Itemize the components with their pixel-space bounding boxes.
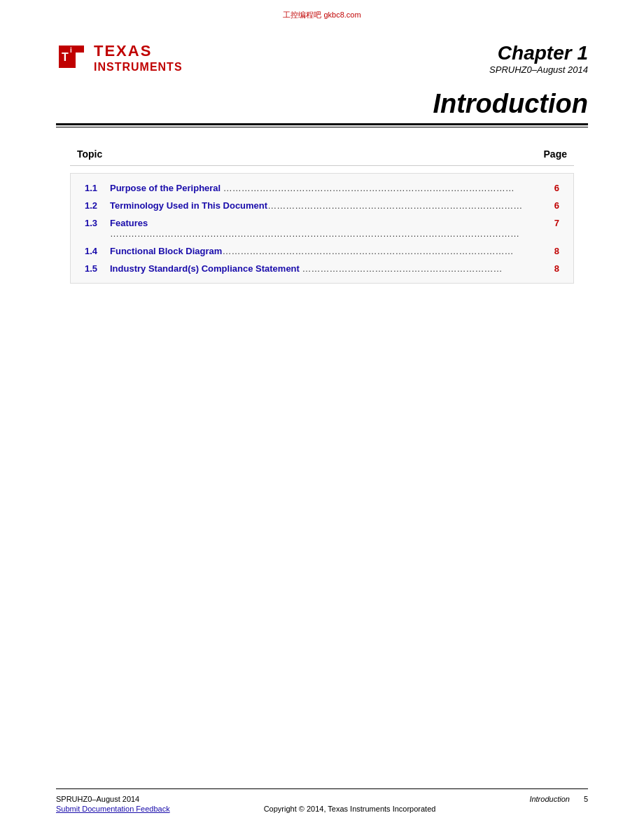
chapter-subtitle: SPRUHZ0–August 2014 bbox=[489, 64, 588, 75]
toc-text-5: Industry Standard(s) Compliance Statemen… bbox=[110, 263, 545, 274]
toc-text-2: Terminology Used in This Document…………………… bbox=[110, 200, 545, 211]
toc-number-2: 1.2 bbox=[85, 200, 110, 211]
toc-number-3: 1.3 bbox=[85, 218, 110, 228]
footer-right: Introduction 5 bbox=[529, 795, 588, 803]
divider-thin bbox=[56, 127, 588, 127]
intro-title: Introduction bbox=[56, 89, 588, 119]
ti-texas-label: TEXAS bbox=[94, 42, 183, 60]
toc-number-4: 1.4 bbox=[85, 246, 110, 256]
svg-text:i: i bbox=[70, 46, 72, 54]
divider-thick bbox=[56, 123, 588, 125]
logo-area: T i TEXAS INSTRUMENTS bbox=[56, 42, 183, 74]
toc-page-2: 6 bbox=[545, 200, 559, 211]
toc-topic-label: Topic bbox=[77, 148, 102, 160]
toc-header: Topic Page bbox=[70, 148, 574, 166]
toc-number-5: 1.5 bbox=[85, 263, 110, 274]
toc-section: Topic Page 1.1 Purpose of the Peripheral… bbox=[56, 148, 588, 284]
chapter-info: Chapter 1 SPRUHZ0–August 2014 bbox=[489, 42, 588, 75]
svg-marker-2 bbox=[76, 46, 84, 53]
toc-table: 1.1 Purpose of the Peripheral …………………………… bbox=[70, 173, 574, 284]
footer-doc-id: SPRUHZ0–August 2014 bbox=[56, 795, 170, 803]
footer-page-number: 5 bbox=[584, 795, 588, 803]
toc-page-5: 8 bbox=[545, 263, 559, 274]
ti-logo: T i TEXAS INSTRUMENTS bbox=[56, 42, 183, 74]
chapter-title: Chapter 1 bbox=[489, 42, 588, 64]
toc-page-4: 8 bbox=[545, 246, 559, 256]
toc-number-1: 1.1 bbox=[85, 183, 110, 193]
page-header: T i TEXAS INSTRUMENTS Chapter 1 SPRUHZ0–… bbox=[56, 42, 588, 75]
footer-feedback-link[interactable]: Submit Documentation Feedback bbox=[56, 805, 170, 813]
toc-row: 1.4 Functional Block Diagram………………………………… bbox=[79, 242, 565, 260]
footer-left: SPRUHZ0–August 2014 Submit Documentation… bbox=[56, 795, 170, 813]
footer-chapter-name: Introduction bbox=[529, 795, 569, 803]
toc-page-3: 7 bbox=[545, 218, 559, 228]
footer-divider bbox=[56, 788, 588, 789]
ti-logo-icon: T i bbox=[56, 43, 87, 74]
ti-logo-text: TEXAS INSTRUMENTS bbox=[94, 42, 183, 74]
svg-text:T: T bbox=[62, 51, 69, 63]
toc-text-4: Functional Block Diagram…………………………………………… bbox=[110, 246, 545, 256]
toc-row: 1.5 Industry Standard(s) Compliance Stat… bbox=[79, 260, 565, 277]
intro-section: Introduction bbox=[56, 89, 588, 127]
toc-text-1: Purpose of the Peripheral ……………………………………… bbox=[110, 183, 545, 193]
page-footer: SPRUHZ0–August 2014 Submit Documentation… bbox=[56, 788, 588, 813]
ti-instruments-label: INSTRUMENTS bbox=[94, 60, 183, 74]
watermark: 工控编程吧 gkbc8.com bbox=[283, 10, 360, 20]
footer-content: SPRUHZ0–August 2014 Submit Documentation… bbox=[56, 795, 588, 813]
toc-page-1: 6 bbox=[545, 183, 559, 193]
toc-row: 1.2 Terminology Used in This Document………… bbox=[79, 197, 565, 214]
footer-copyright: Copyright © 2014, Texas Instruments Inco… bbox=[170, 795, 530, 813]
toc-row: 1.3 Features ………………………………………………………………………… bbox=[79, 214, 565, 242]
toc-row: 1.1 Purpose of the Peripheral …………………………… bbox=[79, 179, 565, 197]
svg-rect-3 bbox=[67, 60, 76, 68]
toc-page-label: Page bbox=[544, 148, 567, 160]
toc-text-3: Features …………………………………………………………………………………… bbox=[110, 218, 545, 239]
